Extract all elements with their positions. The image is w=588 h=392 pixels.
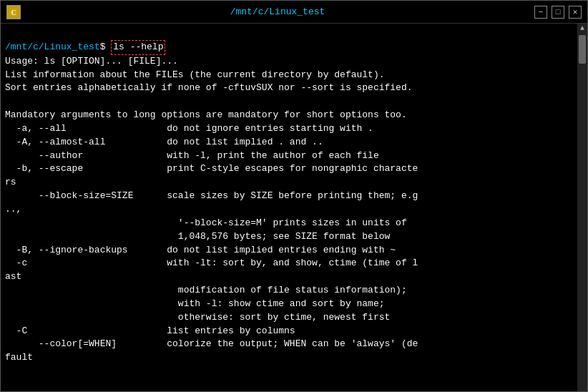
scrollbar-thumb[interactable]: [579, 35, 586, 64]
title-bar: C /mnt/c/Linux_test − □ ✕: [1, 1, 587, 24]
command-text: ls --help: [111, 40, 165, 55]
title-bar-left: C: [6, 5, 21, 19]
terminal-output: Usage: ls [OPTION]... [FILE]... List inf…: [5, 56, 418, 363]
scrollbar[interactable]: ▲: [577, 24, 587, 391]
prompt-path: /mnt/c/Linux_test: [5, 41, 100, 54]
window-title-text: /mnt/c/Linux_test: [230, 6, 325, 17]
terminal-window: C /mnt/c/Linux_test − □ ✕ /mnt/c/Linux_t…: [0, 0, 588, 392]
terminal-content: /mnt/c/Linux_test$ ls --helpUsage: ls [O…: [1, 24, 587, 368]
svg-text:C: C: [11, 9, 16, 16]
app-icon: C: [6, 5, 21, 19]
scroll-up-arrow[interactable]: ▲: [579, 24, 586, 34]
prompt-line: /mnt/c/Linux_test$ ls --help: [5, 40, 583, 55]
minimize-button[interactable]: −: [534, 6, 547, 19]
close-button[interactable]: ✕: [569, 6, 582, 19]
window-title: /mnt/c/Linux_test: [21, 6, 534, 17]
prompt-symbol: $: [100, 41, 112, 54]
maximize-button[interactable]: □: [552, 6, 564, 19]
terminal-body[interactable]: /mnt/c/Linux_test$ ls --helpUsage: ls [O…: [1, 24, 587, 391]
window-controls: − □ ✕: [534, 6, 582, 19]
